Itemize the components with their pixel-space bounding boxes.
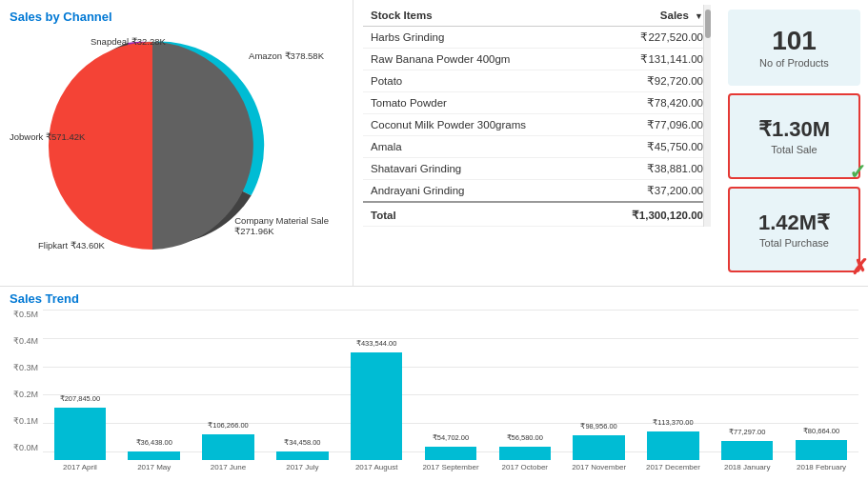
bar-value-label: ₹36,438.00	[136, 438, 172, 447]
stock-item-name: Amala	[363, 136, 594, 158]
bar: ₹433,544.00	[351, 352, 402, 460]
bar: ₹77,297.00	[721, 441, 773, 460]
bar-month-label: 2018 February	[797, 463, 846, 471]
stock-item-sales: ₹78,420.00	[594, 92, 711, 114]
pie-chart	[38, 31, 267, 260]
table-row: Harbs Grinding₹227,520.00	[363, 27, 711, 49]
flipkart-slice	[49, 42, 152, 250]
bar-month-label: 2018 January	[724, 463, 770, 471]
pie-section: Sales by Channel	[0, 0, 353, 286]
bar-group: ₹207,845.00 2017 April	[43, 329, 117, 471]
check-icon: ✓	[849, 160, 866, 185]
bar-value-label: ₹80,664.00	[803, 427, 839, 435]
no-products-label: No of Products	[759, 57, 829, 69]
sales-trend-section: Sales Trend ₹0.5M ₹0.4M ₹0.3M ₹0.2M ₹0.1…	[0, 286, 868, 501]
jobwork-legend: Jobwork ₹571.42K	[10, 131, 85, 142]
amazon-legend: Amazon ₹378.58K	[249, 50, 324, 61]
total-purchase-value: 1.42M₹	[758, 210, 830, 235]
pie-container: Amazon ₹378.58K Jobwork ₹571.42K Snapdea…	[10, 31, 333, 270]
sales-header: Sales ▼	[594, 5, 711, 27]
stock-items-header: Stock Items	[363, 5, 594, 27]
bar-value-label: ₹34,458.00	[284, 438, 320, 447]
bar-value-label: ₹54,702.00	[433, 433, 469, 442]
stock-item-name: Coconut Milk Powder 300grams	[363, 114, 594, 136]
bar-value-label: ₹106,266.00	[208, 421, 249, 430]
table-row: Potato₹92,720.00	[363, 70, 711, 92]
stock-item-sales: ₹45,750.00	[594, 136, 711, 158]
flipkart-legend: Flipkart ₹43.60K	[38, 240, 105, 250]
company-legend: Company Material Sale₹271.96K	[234, 215, 329, 236]
table-row: Amala₹45,750.00	[363, 136, 711, 158]
table-section: Stock Items Sales ▼ Harbs Grinding₹227,5…	[353, 0, 720, 286]
kpi-section: 101 No of Products ₹1.30M Total Sale ✓ 1…	[720, 0, 868, 286]
stock-item-sales: ₹131,141.00	[594, 49, 711, 70]
bar: ₹80,664.00	[796, 440, 847, 460]
stock-item-sales: ₹92,720.00	[594, 70, 711, 92]
stock-item-sales: ₹227,520.00	[594, 27, 711, 49]
total-sale-value: ₹1.30M	[758, 117, 830, 142]
bar-month-label: 2017 August	[355, 463, 397, 471]
bar-group: ₹106,266.00 2017 June	[192, 329, 266, 471]
stock-item-name: Potato	[363, 70, 594, 92]
bar: ₹113,370.00	[647, 431, 698, 460]
sort-icon: ▼	[695, 11, 703, 21]
table-row: Tomato Powder₹78,420.00	[363, 92, 711, 114]
bar-group: ₹77,297.00 2018 January	[710, 329, 784, 471]
x-icon: ✗	[851, 255, 868, 280]
sales-by-channel-title: Sales by Channel	[10, 10, 348, 24]
bar-month-label: 2017 June	[211, 463, 246, 471]
dashboard: Sales by Channel	[0, 0, 868, 501]
top-row: Sales by Channel	[0, 0, 868, 286]
stock-item-sales: ₹38,881.00	[594, 158, 711, 180]
bar-group: ₹433,544.00 2017 August	[339, 329, 414, 471]
bar-month-label: 2017 September	[422, 463, 478, 471]
bar-group: ₹34,458.00 2017 July	[265, 329, 339, 471]
snapdeal-legend: Snapdeal ₹32.28K	[91, 36, 166, 47]
bar-value-label: ₹56,580.00	[507, 433, 543, 442]
no-products-card: 101 No of Products	[728, 10, 860, 86]
stock-item-name: Harbs Grinding	[363, 27, 594, 49]
total-sale-label: Total Sale	[771, 144, 817, 155]
bar-group: ₹113,370.00 2017 December	[636, 329, 711, 471]
bar-month-label: 2017 July	[286, 463, 318, 471]
stock-item-name: Raw Banana Powder 400gm	[363, 49, 594, 70]
bar: ₹36,438.00	[128, 451, 179, 460]
bar-group: ₹56,580.00 2017 October	[488, 329, 562, 471]
bar-month-label: 2017 December	[646, 463, 700, 471]
table-row: Andrayani Grinding₹37,200.00	[363, 180, 711, 203]
bar-chart: ₹0.5M ₹0.4M ₹0.3M ₹0.2M ₹0.1M ₹0.0M ₹207…	[10, 310, 858, 471]
bar-value-label: ₹77,297.00	[729, 428, 765, 436]
scrollbar[interactable]	[703, 5, 711, 227]
bar: ₹34,458.00	[276, 451, 328, 460]
table-row: Shatavari Grinding₹38,881.00	[363, 158, 711, 180]
bar-group: ₹80,664.00 2018 February	[784, 329, 858, 471]
total-purchase-card: 1.42M₹ Total Purchase ✗	[728, 187, 860, 272]
scrollbar-thumb	[705, 10, 711, 38]
total-sale-card: ₹1.30M Total Sale ✓	[728, 93, 860, 179]
total-purchase-label: Total Purchase	[759, 237, 829, 249]
bar-month-label: 2017 October	[502, 463, 548, 471]
bar: ₹207,845.00	[54, 408, 106, 460]
stock-item-name: Andrayani Grinding	[363, 180, 594, 203]
bar-month-label: 2017 April	[63, 463, 97, 471]
bar-group: ₹54,702.00 2017 September	[414, 329, 488, 471]
bar-value-label: ₹98,956.00	[580, 422, 616, 431]
bar-group: ₹36,438.00 2017 May	[117, 329, 192, 471]
stock-item-sales: ₹37,200.00	[594, 180, 711, 203]
stock-item-name: Shatavari Grinding	[363, 158, 594, 180]
bar-value-label: ₹433,544.00	[356, 339, 397, 348]
table-row: Coconut Milk Powder 300grams₹77,096.00	[363, 114, 711, 136]
bar: ₹106,266.00	[202, 434, 253, 460]
table-row: Raw Banana Powder 400gm₹131,141.00	[363, 49, 711, 70]
total-label: Total	[363, 202, 594, 227]
bar-value-label: ₹113,370.00	[653, 418, 694, 427]
sales-trend-title: Sales Trend	[10, 291, 858, 306]
bar-month-label: 2017 November	[572, 463, 626, 471]
stock-table: Stock Items Sales ▼ Harbs Grinding₹227,5…	[363, 5, 711, 227]
bar: ₹56,580.00	[499, 447, 551, 460]
bar-group: ₹98,956.00 2017 November	[562, 329, 636, 471]
bar-value-label: ₹207,845.00	[60, 394, 101, 403]
no-products-number: 101	[772, 27, 817, 56]
stock-item-sales: ₹77,096.00	[594, 114, 711, 136]
stock-item-name: Tomato Powder	[363, 92, 594, 114]
